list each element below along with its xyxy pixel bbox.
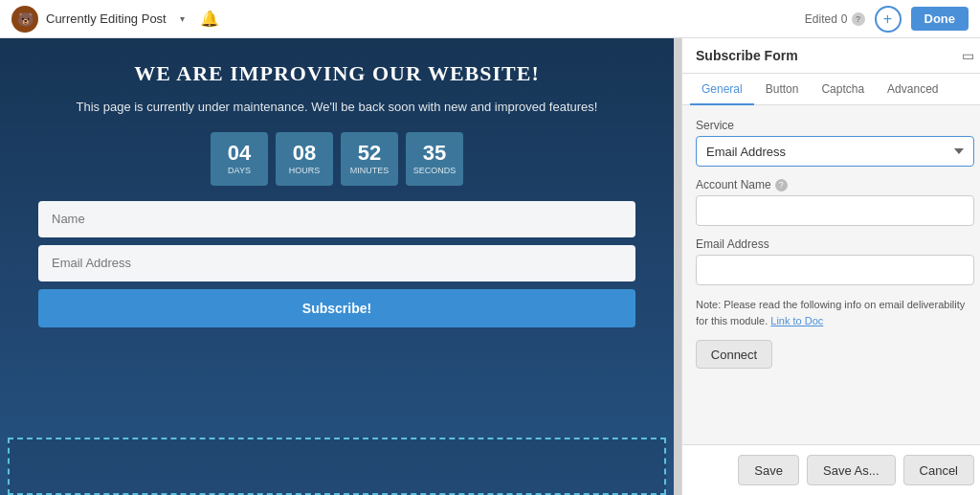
- topbar-title: Currently Editing Post: [46, 11, 167, 26]
- panel-footer: Save Save As... Cancel: [682, 444, 980, 495]
- panel-title: Subscribe Form: [696, 48, 798, 63]
- panel-body: Service Email Address Mailchimp AWeber G…: [682, 105, 980, 444]
- avatar-emoji: 🐻: [17, 11, 33, 27]
- preview-title: We Are Improving Our Website!: [134, 61, 539, 86]
- topbar-right: Edited 0 ? + Done: [805, 6, 969, 33]
- countdown-seconds: 35 Seconds: [406, 132, 463, 186]
- email-address-input[interactable]: [696, 255, 974, 285]
- right-panel: Subscribe Form ▭ General Button Captcha …: [681, 38, 980, 495]
- save-button[interactable]: Save: [738, 455, 799, 485]
- subscribe-button[interactable]: Subscribe!: [38, 289, 635, 327]
- topbar: 🐻 Currently Editing Post ▾ 🔔 Edited 0 ? …: [0, 0, 980, 38]
- right-panel-wrapper: Subscribe Form ▭ General Button Captcha …: [674, 38, 980, 495]
- cancel-button[interactable]: Cancel: [903, 455, 974, 485]
- bell-icon[interactable]: 🔔: [200, 10, 219, 28]
- dashed-selection-box: [8, 438, 666, 495]
- tab-general[interactable]: General: [690, 75, 754, 105]
- subscribe-form: Subscribe!: [38, 201, 635, 327]
- add-button[interactable]: +: [875, 6, 902, 33]
- save-as-button[interactable]: Save As...: [807, 455, 896, 485]
- account-name-help-icon[interactable]: ?: [775, 179, 788, 191]
- done-button[interactable]: Done: [911, 7, 969, 31]
- link-to-doc[interactable]: Link to Doc: [770, 315, 823, 326]
- account-name-input[interactable]: [696, 195, 974, 226]
- service-select[interactable]: Email Address Mailchimp AWeber GetRespon…: [696, 136, 974, 167]
- main-content: We Are Improving Our Website! This page …: [0, 38, 980, 495]
- tab-captcha[interactable]: Captcha: [810, 75, 876, 105]
- account-name-field-group: Account Name ?: [696, 178, 974, 226]
- name-input[interactable]: [38, 201, 635, 237]
- edited-status: Edited 0 ?: [805, 12, 865, 26]
- note-text: Note: Please read the following info on …: [696, 297, 974, 328]
- panel-resize-handle[interactable]: [674, 38, 681, 495]
- email-address-label: Email Address: [696, 237, 974, 251]
- tab-button[interactable]: Button: [754, 75, 811, 105]
- avatar: 🐻: [11, 6, 38, 33]
- panel-header: Subscribe Form ▭: [682, 38, 980, 74]
- preview-inner: We Are Improving Our Website! This page …: [0, 38, 674, 495]
- topbar-left: 🐻 Currently Editing Post ▾ 🔔: [11, 6, 805, 33]
- countdown-minutes: 52 Minutes: [341, 132, 398, 186]
- countdown-hours: 08 Hours: [276, 132, 333, 186]
- countdown-row: 04 Days 08 Hours 52 Minutes 35 Seconds: [211, 132, 463, 186]
- email-address-field-group: Email Address: [696, 237, 974, 285]
- preview-area: We Are Improving Our Website! This page …: [0, 38, 674, 495]
- service-label: Service: [696, 119, 974, 132]
- preview-subtitle: This page is currently under maintenance…: [77, 98, 598, 117]
- connect-section: Connect: [696, 340, 974, 369]
- tab-advanced[interactable]: Advanced: [876, 75, 949, 105]
- panel-tabs: General Button Captcha Advanced: [682, 74, 980, 105]
- email-input[interactable]: [38, 245, 635, 281]
- service-field-group: Service Email Address Mailchimp AWeber G…: [696, 119, 974, 167]
- connect-button[interactable]: Connect: [696, 340, 772, 369]
- account-name-label: Account Name ?: [696, 178, 974, 191]
- preview-content: We Are Improving Our Website! This page …: [38, 61, 635, 327]
- edited-help-icon[interactable]: ?: [852, 12, 865, 26]
- countdown-days: 04 Days: [211, 132, 268, 186]
- chevron-down-icon[interactable]: ▾: [180, 13, 185, 24]
- minimize-icon[interactable]: ▭: [962, 48, 974, 63]
